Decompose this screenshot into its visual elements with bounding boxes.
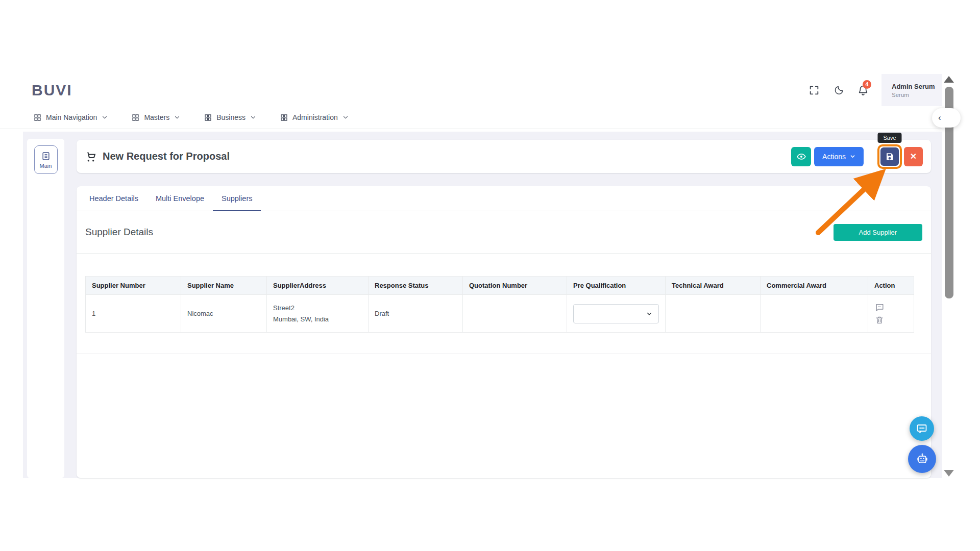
actions-label: Actions — [822, 153, 846, 161]
col-quotation-number: Quotation Number — [463, 277, 567, 295]
section-title: Supplier Details — [85, 227, 153, 238]
actions-dropdown-button[interactable]: Actions — [814, 147, 864, 166]
cell-supplier-name: Nicomac — [181, 295, 267, 333]
tab-label: Suppliers — [222, 194, 252, 203]
chevron-left-icon: ‹ — [938, 113, 941, 123]
chat-fab-button[interactable] — [910, 416, 934, 441]
address-line-2: Mumbai, SW, India — [273, 314, 362, 324]
cell-supplier-number: 1 — [86, 295, 181, 333]
address-line-1: Street2 — [273, 303, 362, 313]
table-header-row: Supplier Number Supplier Name SupplierAd… — [86, 277, 914, 295]
topbar: BUVI 4 Admin Serum Serum — [0, 74, 942, 106]
chevron-down-icon — [342, 114, 349, 120]
cart-icon — [85, 151, 97, 163]
chevron-down-icon — [646, 311, 652, 317]
col-technical-award: Technical Award — [666, 277, 761, 295]
col-pre-qualification: Pre Qualification — [567, 277, 666, 295]
delete-icon[interactable] — [874, 315, 885, 325]
chevron-down-icon — [174, 114, 180, 120]
moon-icon — [834, 85, 844, 95]
fullscreen-button[interactable] — [808, 84, 820, 96]
preview-button[interactable] — [791, 147, 811, 166]
eye-icon — [796, 152, 806, 162]
brand-logo: BUVI — [32, 82, 72, 99]
page-header-card: New Request for Proposal Actions Save — [77, 140, 931, 173]
pre-qualification-select[interactable] — [573, 304, 659, 323]
scrollbar-down-arrow[interactable] — [944, 470, 954, 477]
col-supplier-address: SupplierAddress — [267, 277, 369, 295]
supplier-table-area: Supplier Number Supplier Name SupplierAd… — [77, 254, 931, 333]
page-title: New Request for Proposal — [103, 151, 230, 162]
col-action: Action — [868, 277, 914, 295]
tab-suppliers[interactable]: Suppliers — [213, 186, 261, 211]
nav-item-business[interactable]: Business — [204, 113, 256, 121]
sidebar-collapse-button[interactable]: ‹ — [932, 108, 961, 128]
nav-item-label: Business — [216, 113, 246, 121]
chevron-down-icon — [850, 154, 855, 159]
col-supplier-number: Supplier Number — [86, 277, 181, 295]
tab-multi-envelope[interactable]: Multi Envelope — [147, 186, 213, 211]
nav-item-administration[interactable]: Administration — [280, 113, 349, 121]
comment-icon[interactable] — [874, 302, 885, 312]
nav-item-label: Main Navigation — [46, 113, 97, 121]
save-button-annotated: Save — [877, 144, 902, 169]
add-supplier-label: Add Supplier — [859, 229, 897, 236]
main-navbar: Main Navigation Masters Business Adminis… — [0, 106, 942, 129]
robot-icon — [915, 452, 929, 466]
cell-quotation-number — [463, 295, 567, 333]
chat-bubble-icon — [916, 422, 928, 435]
cell-response-status: Draft — [369, 295, 463, 333]
grid-icon — [204, 114, 212, 121]
mini-sidebar: Main — [27, 139, 64, 478]
grid-icon — [280, 114, 288, 121]
col-response-status: Response Status — [369, 277, 463, 295]
close-button[interactable]: ✕ — [904, 147, 923, 166]
add-supplier-button[interactable]: Add Supplier — [834, 224, 922, 241]
cell-action — [868, 295, 914, 333]
user-menu[interactable]: Admin Serum Serum — [881, 74, 942, 106]
supplier-table: Supplier Number Supplier Name SupplierAd… — [85, 276, 914, 333]
save-tooltip: Save — [877, 133, 901, 143]
tab-header-details[interactable]: Header Details — [81, 186, 147, 211]
nav-item-masters[interactable]: Masters — [132, 113, 180, 121]
page-header-actions: Actions Save ✕ — [791, 144, 923, 169]
cell-commercial-award — [761, 295, 868, 333]
grid-icon — [34, 114, 41, 121]
save-button[interactable] — [880, 147, 899, 166]
notification-badge: 4 — [863, 80, 871, 89]
sidebar-item-label: Main — [40, 163, 52, 169]
notifications-button[interactable]: 4 — [857, 84, 869, 96]
cell-technical-award — [666, 295, 761, 333]
nav-item-main-navigation[interactable]: Main Navigation — [34, 113, 108, 121]
chevron-down-icon — [102, 114, 108, 120]
user-name: Admin Serum — [892, 83, 942, 90]
cell-supplier-address: Street2 Mumbai, SW, India — [267, 295, 369, 333]
nav-item-label: Administration — [292, 113, 338, 121]
chevron-down-icon — [250, 114, 256, 120]
close-icon: ✕ — [910, 152, 917, 161]
save-floppy-icon — [885, 152, 894, 161]
annotation-highlight-ring — [877, 144, 902, 169]
document-icon — [41, 151, 51, 161]
rfp-tabs: Header Details Multi Envelope Suppliers — [77, 186, 931, 211]
col-supplier-name: Supplier Name — [181, 277, 267, 295]
nav-item-label: Masters — [144, 113, 169, 121]
sidebar-item-main[interactable]: Main — [34, 145, 58, 174]
supplier-section-header: Supplier Details Add Supplier — [77, 211, 931, 254]
section-divider — [77, 354, 931, 354]
grid-icon — [132, 114, 139, 121]
col-commercial-award: Commercial Award — [761, 277, 868, 295]
user-role: Serum — [892, 92, 942, 98]
scrollbar-up-arrow[interactable] — [944, 76, 954, 83]
table-row: 1 Nicomac Street2 Mumbai, SW, India Draf… — [86, 295, 914, 333]
tab-label: Multi Envelope — [156, 194, 204, 203]
fullscreen-icon — [808, 85, 820, 96]
rfp-detail-card: Header Details Multi Envelope Suppliers … — [77, 186, 931, 478]
cell-pre-qualification — [567, 295, 666, 333]
tab-label: Header Details — [89, 194, 138, 203]
topbar-icons: 4 — [808, 84, 869, 96]
dark-mode-button[interactable] — [832, 84, 845, 96]
assistant-bot-fab-button[interactable] — [908, 445, 936, 473]
